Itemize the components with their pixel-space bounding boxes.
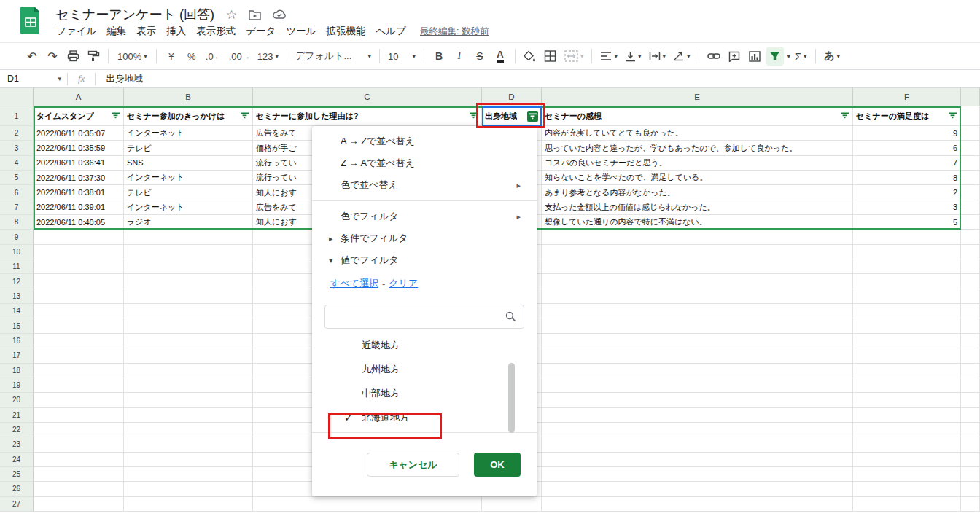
row-header-26[interactable]: 26 xyxy=(0,482,34,496)
cell-E9[interactable] xyxy=(542,230,853,244)
row-header-18[interactable]: 18 xyxy=(0,364,34,378)
cell-F9[interactable] xyxy=(853,230,961,244)
filter-search-input[interactable] xyxy=(324,305,524,329)
last-edit-link[interactable]: 最終編集: 数秒前 xyxy=(420,26,489,38)
cancel-button[interactable]: キャンセル xyxy=(367,453,459,477)
cell-A8[interactable]: 2022/06/11 0:40:05 xyxy=(34,215,124,230)
vertical-align-button[interactable]: ▾ xyxy=(623,47,644,66)
cell-A5[interactable]: 2022/06/11 0:37:30 xyxy=(34,171,124,185)
input-tools-button[interactable]: あ▾ xyxy=(822,47,842,66)
row-header-9[interactable]: 9 xyxy=(0,230,34,244)
cell-E25[interactable] xyxy=(542,467,853,482)
row-header-22[interactable]: 22 xyxy=(0,423,34,437)
cell-A21[interactable] xyxy=(34,408,124,423)
cell-A20[interactable] xyxy=(34,393,124,407)
cell-F11[interactable] xyxy=(853,259,961,274)
header-cell-E1[interactable]: セミナーの感想 xyxy=(542,106,853,126)
row-header-4[interactable]: 4 xyxy=(0,156,34,171)
fill-color-button[interactable] xyxy=(521,47,539,66)
bold-button[interactable]: B xyxy=(430,47,448,66)
filter-value-近畿地方[interactable]: 近畿地方 xyxy=(312,333,537,357)
cell-B14[interactable] xyxy=(124,304,253,318)
insert-chart-button[interactable] xyxy=(746,47,763,66)
name-box[interactable]: D1 ▾ xyxy=(0,74,67,84)
paint-format-button[interactable] xyxy=(85,47,102,66)
cell-A25[interactable] xyxy=(34,467,124,482)
cell-A18[interactable] xyxy=(34,364,124,378)
cell-F18[interactable] xyxy=(853,364,961,378)
cell-D27[interactable] xyxy=(482,497,542,512)
cell-F13[interactable] xyxy=(853,289,961,304)
cell-A16[interactable] xyxy=(34,334,124,348)
cell-E27[interactable] xyxy=(542,497,853,512)
horizontal-align-button[interactable]: ▾ xyxy=(598,47,620,66)
cell-B8[interactable]: ラジオ xyxy=(124,215,253,230)
column-header-E[interactable]: E xyxy=(542,88,853,106)
cell-B24[interactable] xyxy=(124,453,253,467)
row-header-3[interactable]: 3 xyxy=(0,141,34,155)
sheets-logo-icon[interactable] xyxy=(20,7,41,37)
cell-A11[interactable] xyxy=(34,259,124,274)
menu-ヘルプ[interactable]: ヘルプ xyxy=(371,24,411,38)
row-header-23[interactable]: 23 xyxy=(0,437,34,452)
decrease-decimal-button[interactable]: .0← xyxy=(203,47,224,66)
cell-F4[interactable]: 7 xyxy=(853,156,961,171)
cell-A12[interactable] xyxy=(34,274,124,289)
cell-C27[interactable] xyxy=(253,497,482,512)
row-header-8[interactable]: 8 xyxy=(0,215,34,230)
menu-ファイル[interactable]: ファイル xyxy=(51,24,101,38)
cell-E8[interactable]: 想像していた通りの内容で特に不満はない。 xyxy=(542,215,853,230)
header-cell-F1[interactable]: セミナーの満足度は xyxy=(853,106,961,126)
row-header-7[interactable]: 7 xyxy=(0,200,34,215)
row-header-5[interactable]: 5 xyxy=(0,171,34,185)
cell-A24[interactable] xyxy=(34,453,124,467)
header-cell-D1[interactable]: 出身地域 xyxy=(482,106,542,126)
filter-views-caret[interactable]: ▾ xyxy=(788,52,791,60)
increase-decimal-button[interactable]: .00→ xyxy=(227,47,252,66)
cell-A6[interactable]: 2022/06/11 0:38:01 xyxy=(34,185,124,200)
cell-E3[interactable]: 思っていた内容と違ったが、学びもあったので、参加して良かった。 xyxy=(542,141,853,155)
document-title[interactable]: セミナーアンケート (回答) xyxy=(55,6,214,23)
column-header-A[interactable]: A xyxy=(34,88,124,106)
cell-B16[interactable] xyxy=(124,334,253,348)
column-header-F[interactable]: F xyxy=(853,88,961,106)
row-header-20[interactable]: 20 xyxy=(0,393,34,407)
cell-F3[interactable]: 6 xyxy=(853,141,961,155)
row-header-19[interactable]: 19 xyxy=(0,378,34,393)
filter-button-icon[interactable] xyxy=(111,111,120,121)
cell-partial9[interactable] xyxy=(961,230,980,244)
font-size-select[interactable]: 10▾ xyxy=(386,47,418,66)
menu-item-sort-by-color[interactable]: 色で並べ替え▸ xyxy=(312,174,537,196)
cell-A2[interactable]: 2022/06/11 0:35:07 xyxy=(34,126,124,141)
cell-partial26[interactable] xyxy=(961,482,980,496)
row-header-15[interactable]: 15 xyxy=(0,318,34,333)
cell-partial12[interactable] xyxy=(961,274,980,289)
cell-F26[interactable] xyxy=(853,482,961,496)
menu-拡張機能[interactable]: 拡張機能 xyxy=(322,24,371,38)
cell-E17[interactable] xyxy=(542,348,853,363)
cell-B12[interactable] xyxy=(124,274,253,289)
cell-B23[interactable] xyxy=(124,437,253,452)
cell-F14[interactable] xyxy=(853,304,961,318)
cell-partial7[interactable] xyxy=(961,200,980,215)
row-header-24[interactable]: 24 xyxy=(0,453,34,467)
menu-ツール[interactable]: ツール xyxy=(281,24,321,38)
menu-挿入[interactable]: 挿入 xyxy=(161,24,191,38)
cell-A27[interactable] xyxy=(34,497,124,512)
cell-F12[interactable] xyxy=(853,274,961,289)
filter-button-active-icon[interactable] xyxy=(527,111,538,122)
zoom-select[interactable]: 100%▾ xyxy=(114,47,150,66)
cell-B2[interactable]: インターネット xyxy=(124,126,253,141)
text-rotation-button[interactable]: ▾ xyxy=(671,47,693,66)
cell-A13[interactable] xyxy=(34,289,124,304)
row-header-25[interactable]: 25 xyxy=(0,467,34,482)
cell-B27[interactable] xyxy=(124,497,253,512)
cell-E15[interactable] xyxy=(542,318,853,333)
cell-A3[interactable]: 2022/06/11 0:35:59 xyxy=(34,141,124,155)
cell-partial4[interactable] xyxy=(961,156,980,171)
cell-E12[interactable] xyxy=(542,274,853,289)
row-header-11[interactable]: 11 xyxy=(0,259,34,274)
cell-partial16[interactable] xyxy=(961,334,980,348)
cell-F15[interactable] xyxy=(853,318,961,333)
cloud-saved-icon[interactable] xyxy=(273,9,287,20)
